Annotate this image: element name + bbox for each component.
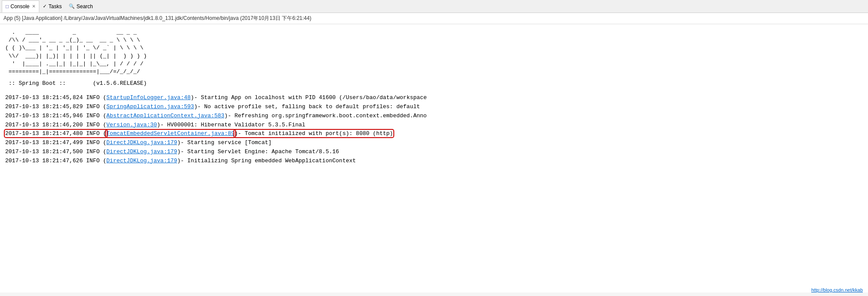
tab-search[interactable]: 🔍 Search <box>65 0 96 13</box>
log-link[interactable]: StartupInfoLogger.java:48 <box>106 94 191 101</box>
log-line: 2017-10-13 18:21:47,500 INFO (DirectJDKL… <box>5 148 863 157</box>
console-icon: □ <box>6 3 9 10</box>
log-link[interactable]: DirectJDKLog.java:179 <box>106 158 177 164</box>
tab-console-label: Console <box>10 3 29 10</box>
tab-tasks[interactable]: ✓ Tasks <box>39 0 65 13</box>
log-line: 2017-10-13 18:21:47,626 INFO (DirectJDKL… <box>5 157 863 166</box>
log-line: 2017-10-13 18:21:46,200 INFO (Version.ja… <box>5 121 863 130</box>
toolbar-path: App (5) [Java Application] /Library/Java… <box>0 13 868 24</box>
log-link[interactable]: Version.java:30 <box>106 122 157 128</box>
console-area: . ____ _ __ _ _ /\\ / ___'_ __ _ _(_)_ _… <box>0 24 868 293</box>
log-link[interactable]: DirectJDKLog.java:179 <box>106 148 177 155</box>
spring-version: :: Spring Boot :: (v1.5.6.RELEASE) <box>5 80 863 87</box>
log-link[interactable]: AbstractApplicationContext.java:583 <box>106 113 224 119</box>
tab-search-label: Search <box>77 3 93 10</box>
log-link[interactable]: DirectJDKLog.java:179 <box>106 139 177 146</box>
log-link[interactable]: TomcatEmbeddedServletContainer.java:89 <box>106 130 234 137</box>
tab-tasks-label: Tasks <box>48 3 62 10</box>
tab-bar: □ Console ✕ ✓ Tasks 🔍 Search <box>0 0 868 13</box>
highlighted-log-text: 2017-10-13 18:21:47,480 INFO ( <box>5 130 106 137</box>
tab-console[interactable]: □ Console ✕ <box>2 0 39 13</box>
tasks-icon: ✓ <box>43 3 47 9</box>
ascii-art: . ____ _ __ _ _ /\\ / ___'_ __ _ _(_)_ _… <box>5 29 863 76</box>
log-link[interactable]: SpringApplication.java:593 <box>106 103 194 110</box>
log-line: 2017-10-13 18:21:45,824 INFO (StartupInf… <box>5 93 863 103</box>
log-lines: 2017-10-13 18:21:45,824 INFO (StartupInf… <box>5 93 863 165</box>
toolbar-path-label: App (5) [Java Application] /Library/Java… <box>3 15 311 22</box>
log-line: 2017-10-13 18:21:47,480 INFO (TomcatEmbe… <box>5 129 863 138</box>
watermark[interactable]: http://blog.csdn.net/kkab <box>811 287 863 293</box>
search-icon: 🔍 <box>69 3 75 9</box>
tab-console-close[interactable]: ✕ <box>32 4 35 9</box>
log-line: 2017-10-13 18:21:45,946 INFO (AbstractAp… <box>5 112 863 121</box>
log-line: 2017-10-13 18:21:47,499 INFO (DirectJDKL… <box>5 138 863 148</box>
log-line: 2017-10-13 18:21:45,829 INFO (SpringAppl… <box>5 103 863 112</box>
log-text-after: )- Tomcat initialized with port(s): 8080… <box>235 130 393 137</box>
